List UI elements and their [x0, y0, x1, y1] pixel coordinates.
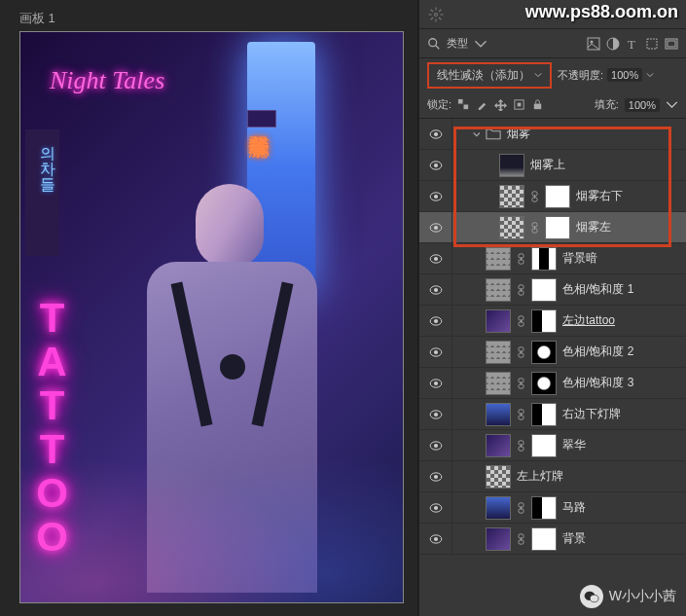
layer-content[interactable]: 背景: [452, 524, 686, 554]
layer-row[interactable]: 烟雾上: [419, 150, 686, 181]
visibility-toggle[interactable]: [419, 524, 452, 554]
layer-content[interactable]: 烟雾右下: [452, 181, 686, 211]
mask-thumbnail[interactable]: [531, 434, 557, 457]
mask-thumbnail[interactable]: [531, 309, 557, 333]
layer-name[interactable]: 翠华: [562, 437, 586, 453]
visibility-toggle[interactable]: [419, 492, 452, 523]
layer-content[interactable]: 烟雾上: [452, 150, 686, 180]
layer-row[interactable]: 左边tattoo: [419, 306, 686, 337]
layer-name[interactable]: 色相/饱和度 3: [562, 375, 633, 391]
layer-thumbnail[interactable]: [486, 247, 511, 271]
visibility-toggle[interactable]: [419, 306, 452, 336]
layer-name[interactable]: 背景: [562, 530, 586, 547]
layer-name[interactable]: 右边下灯牌: [562, 406, 621, 422]
layer-name[interactable]: 色相/饱和度 1: [562, 281, 633, 298]
chevron-down-icon[interactable]: [646, 71, 654, 79]
mask-thumbnail[interactable]: [531, 403, 557, 426]
lock-transparency-icon[interactable]: [457, 98, 470, 111]
layer-content[interactable]: 烟雾: [452, 119, 686, 149]
mask-thumbnail[interactable]: [531, 247, 557, 271]
layer-content[interactable]: 马路: [452, 492, 686, 523]
layer-thumbnail[interactable]: [499, 154, 524, 177]
layer-thumbnail[interactable]: [486, 372, 511, 395]
layer-row[interactable]: 背景暗: [419, 243, 686, 274]
layer-row[interactable]: 背景: [419, 524, 686, 555]
layer-content[interactable]: 背景暗: [452, 243, 686, 273]
layer-row[interactable]: 烟雾: [419, 119, 686, 150]
adjustment-filter-icon[interactable]: [606, 37, 620, 51]
image-filter-icon[interactable]: [587, 37, 600, 51]
visibility-toggle[interactable]: [419, 461, 452, 491]
layer-row[interactable]: 翠华: [419, 430, 686, 461]
lock-brush-icon[interactable]: [476, 98, 488, 111]
layer-thumbnail[interactable]: [499, 216, 524, 239]
layer-thumbnail[interactable]: [486, 341, 511, 364]
layer-name[interactable]: 色相/饱和度 2: [562, 344, 633, 360]
layer-row[interactable]: 色相/饱和度 2: [419, 337, 686, 368]
mask-thumbnail[interactable]: [531, 372, 557, 395]
layer-row[interactable]: 马路: [419, 492, 686, 524]
layer-name[interactable]: 烟雾右下: [576, 188, 623, 204]
layer-name[interactable]: 马路: [562, 499, 586, 516]
layer-name[interactable]: 烟雾左: [576, 219, 611, 236]
visibility-toggle[interactable]: [419, 337, 452, 367]
layer-thumbnail[interactable]: [486, 434, 511, 457]
layer-content[interactable]: 左边tattoo: [452, 306, 686, 336]
layer-name[interactable]: 烟雾: [507, 126, 530, 142]
mask-thumbnail[interactable]: [531, 278, 557, 302]
chevron-down-icon[interactable]: [474, 37, 487, 51]
mask-thumbnail[interactable]: [545, 216, 570, 239]
lock-artboard-icon[interactable]: [513, 98, 525, 111]
visibility-toggle[interactable]: [419, 119, 452, 149]
shape-filter-icon[interactable]: [645, 37, 659, 51]
layer-name[interactable]: 烟雾上: [530, 157, 565, 173]
visibility-toggle[interactable]: [419, 430, 452, 460]
sunburst-icon[interactable]: [427, 6, 445, 23]
layer-thumbnail[interactable]: [486, 465, 511, 489]
layer-row[interactable]: 左上灯牌: [419, 461, 686, 492]
visibility-toggle[interactable]: [419, 274, 452, 305]
layers-list[interactable]: 烟雾烟雾上烟雾右下烟雾左背景暗色相/饱和度 1左边tattoo色相/饱和度 2色…: [419, 119, 686, 616]
fill-value[interactable]: 100%: [625, 98, 660, 112]
layer-name[interactable]: 背景暗: [562, 250, 597, 267]
layer-row[interactable]: 右边下灯牌: [419, 399, 686, 430]
layer-row[interactable]: 烟雾右下: [419, 181, 686, 212]
chevron-down-icon[interactable]: [666, 98, 678, 111]
layer-content[interactable]: 色相/饱和度 1: [452, 274, 686, 305]
blend-mode-dropdown[interactable]: 线性减淡（添加）: [427, 62, 552, 89]
opacity-value[interactable]: 100%: [607, 68, 642, 82]
layer-content[interactable]: 烟雾左: [452, 212, 686, 242]
text-filter-icon[interactable]: T: [626, 37, 639, 51]
mask-thumbnail[interactable]: [531, 496, 557, 520]
visibility-toggle[interactable]: [419, 399, 452, 429]
layer-content[interactable]: 色相/饱和度 3: [452, 368, 686, 398]
layer-content[interactable]: 左上灯牌: [452, 461, 686, 491]
layer-thumbnail[interactable]: [486, 309, 511, 333]
artboard-label[interactable]: 画板 1: [19, 10, 55, 27]
layer-thumbnail[interactable]: [486, 496, 511, 520]
layer-content[interactable]: 右边下灯牌: [452, 399, 686, 429]
layer-thumbnail[interactable]: [499, 185, 524, 208]
visibility-toggle[interactable]: [419, 150, 452, 180]
visibility-toggle[interactable]: [419, 368, 452, 398]
layer-row[interactable]: 色相/饱和度 3: [419, 368, 686, 399]
lock-all-icon[interactable]: [531, 98, 544, 111]
layer-row[interactable]: 烟雾左: [419, 212, 686, 243]
layer-thumbnail[interactable]: [486, 403, 511, 426]
mask-thumbnail[interactable]: [531, 341, 557, 364]
layer-content[interactable]: 翠华: [452, 430, 686, 460]
smartobj-filter-icon[interactable]: [665, 37, 678, 51]
visibility-toggle[interactable]: [419, 212, 452, 242]
search-icon[interactable]: [427, 37, 441, 51]
mask-thumbnail[interactable]: [545, 185, 570, 208]
layer-row[interactable]: 色相/饱和度 1: [419, 274, 686, 306]
visibility-toggle[interactable]: [419, 243, 452, 273]
layer-name[interactable]: 左边tattoo: [562, 312, 615, 329]
layer-content[interactable]: 色相/饱和度 2: [452, 337, 686, 367]
layer-thumbnail[interactable]: [486, 527, 511, 551]
artboard-canvas[interactable]: 翠華餐廳 의차들 Night Tales TATTOO: [19, 31, 404, 603]
mask-thumbnail[interactable]: [531, 527, 557, 551]
layer-name[interactable]: 左上灯牌: [517, 468, 563, 485]
lock-position-icon[interactable]: [494, 98, 507, 111]
visibility-toggle[interactable]: [419, 181, 452, 211]
